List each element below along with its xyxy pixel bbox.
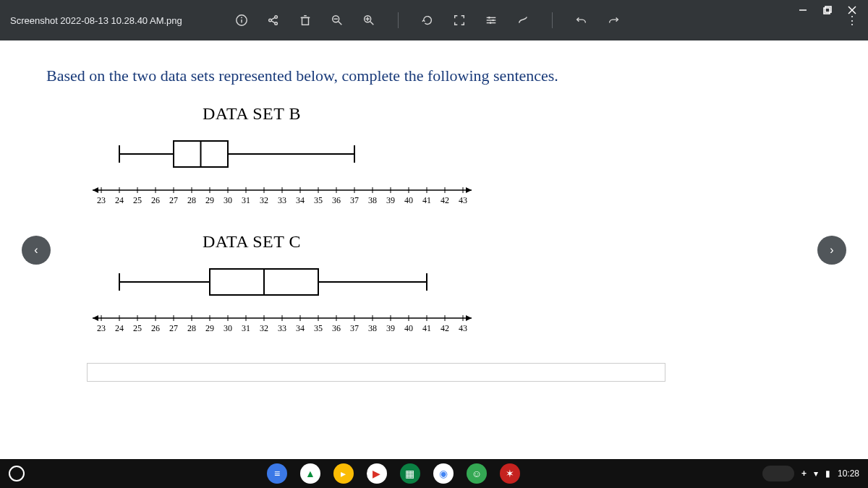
svg-text:43: 43 <box>459 323 467 333</box>
wifi-icon: ▾ <box>814 468 818 479</box>
svg-text:41: 41 <box>422 323 431 333</box>
shelf: ≡▲▸▶▦◉☺✶ + ▾ ▮ 10:28 <box>0 459 868 488</box>
svg-text:32: 32 <box>260 195 268 205</box>
svg-text:38: 38 <box>368 323 377 333</box>
svg-text:35: 35 <box>314 323 323 333</box>
notification-pill[interactable] <box>762 466 794 481</box>
toolbar-separator <box>398 12 399 28</box>
svg-text:36: 36 <box>332 323 341 333</box>
svg-text:28: 28 <box>187 195 196 205</box>
svg-text:24: 24 <box>115 195 124 205</box>
svg-text:30: 30 <box>224 195 232 205</box>
chart-title-c: DATA SET C <box>203 232 825 252</box>
svg-text:37: 37 <box>350 195 359 205</box>
annotate-icon[interactable] <box>516 13 530 27</box>
svg-line-17 <box>339 22 342 25</box>
clock: 10:28 <box>838 468 859 479</box>
viewer-toolbar: Screenshot 2022-08-13 10.28.40 AM.png ⋮ <box>0 0 868 40</box>
svg-text:29: 29 <box>205 323 214 333</box>
redo-icon[interactable] <box>606 13 621 27</box>
svg-marker-87 <box>93 315 98 321</box>
svg-text:28: 28 <box>187 323 196 333</box>
chart-dataset-c: DATA SET C 23242526272829303132333435363… <box>87 232 825 343</box>
svg-rect-13 <box>302 17 308 25</box>
shelf-app[interactable]: ≡ <box>267 463 287 484</box>
svg-text:34: 34 <box>296 323 305 333</box>
chart-dataset-b: DATA SET B 23242526272829303132333435363… <box>87 104 825 215</box>
svg-rect-1 <box>825 7 831 12</box>
svg-marker-37 <box>466 187 472 193</box>
svg-text:24: 24 <box>115 323 124 333</box>
battery-icon: ▮ <box>825 468 830 479</box>
svg-point-8 <box>268 19 271 22</box>
svg-text:38: 38 <box>368 195 377 205</box>
file-name: Screenshot 2022-08-13 10.28.40 AM.png <box>10 15 182 26</box>
svg-point-27 <box>492 20 494 22</box>
svg-text:33: 33 <box>278 323 286 333</box>
svg-text:30: 30 <box>224 323 232 333</box>
svg-line-20 <box>370 22 374 25</box>
answer-input-area[interactable] <box>87 363 665 382</box>
svg-point-6 <box>241 17 242 19</box>
svg-marker-36 <box>93 187 98 193</box>
prev-image-button[interactable]: ‹ <box>22 236 51 265</box>
svg-text:37: 37 <box>350 323 359 333</box>
boxplot-b: 2324252627282930313233343536373839404142… <box>87 132 477 212</box>
svg-text:27: 27 <box>169 323 178 333</box>
svg-text:40: 40 <box>404 195 413 205</box>
share-icon[interactable] <box>266 13 281 27</box>
chart-title-b: DATA SET B <box>203 104 825 124</box>
svg-text:26: 26 <box>151 323 160 333</box>
zoom-in-icon[interactable] <box>362 13 376 27</box>
svg-text:36: 36 <box>332 195 341 205</box>
close-button[interactable] <box>846 4 858 16</box>
shelf-app[interactable]: ▸ <box>333 463 354 484</box>
svg-text:42: 42 <box>441 323 449 333</box>
svg-text:27: 27 <box>169 195 178 205</box>
svg-text:25: 25 <box>133 323 142 333</box>
shelf-app[interactable]: ▦ <box>400 463 420 484</box>
restore-button[interactable] <box>822 4 833 16</box>
minimize-button[interactable] <box>797 4 809 16</box>
svg-text:43: 43 <box>459 195 467 205</box>
svg-point-28 <box>490 22 492 24</box>
shelf-app[interactable]: ▶ <box>367 463 387 484</box>
shelf-apps: ≡▲▸▶▦◉☺✶ <box>25 463 762 484</box>
svg-text:34: 34 <box>296 195 305 205</box>
add-icon[interactable]: + <box>801 468 807 479</box>
svg-text:31: 31 <box>242 323 250 333</box>
svg-point-26 <box>488 17 490 19</box>
shelf-app[interactable]: ▲ <box>300 463 320 484</box>
zoom-out-icon[interactable] <box>330 13 344 27</box>
info-icon[interactable] <box>234 13 249 27</box>
boxplot-c: 2324252627282930313233343536373839404142… <box>87 260 477 340</box>
delete-icon[interactable] <box>298 13 312 27</box>
svg-marker-88 <box>466 315 472 321</box>
prompt-text: Based on the two data sets represented b… <box>46 67 825 85</box>
svg-point-10 <box>275 22 278 25</box>
svg-line-11 <box>271 17 275 20</box>
image-view: ‹ › Based on the two data sets represent… <box>0 40 868 459</box>
svg-text:42: 42 <box>441 195 449 205</box>
shelf-app[interactable]: ☺ <box>467 463 487 484</box>
status-tray[interactable]: + ▾ ▮ 10:28 <box>762 466 859 481</box>
tune-icon[interactable] <box>484 13 498 27</box>
shelf-app[interactable]: ◉ <box>433 463 454 484</box>
fullscreen-icon[interactable] <box>452 13 467 27</box>
svg-text:41: 41 <box>422 195 431 205</box>
undo-icon[interactable] <box>574 13 589 27</box>
svg-text:39: 39 <box>386 195 395 205</box>
svg-text:29: 29 <box>205 195 214 205</box>
svg-text:23: 23 <box>97 195 106 205</box>
svg-text:26: 26 <box>151 195 160 205</box>
svg-text:31: 31 <box>242 195 250 205</box>
svg-text:40: 40 <box>404 323 413 333</box>
svg-text:33: 33 <box>278 195 286 205</box>
rotate-icon[interactable] <box>420 13 435 27</box>
launcher-button[interactable] <box>9 466 25 481</box>
svg-text:23: 23 <box>97 323 106 333</box>
svg-text:25: 25 <box>133 195 142 205</box>
shelf-app[interactable]: ✶ <box>500 463 520 484</box>
svg-line-12 <box>271 21 275 23</box>
next-image-button[interactable]: › <box>817 236 846 265</box>
